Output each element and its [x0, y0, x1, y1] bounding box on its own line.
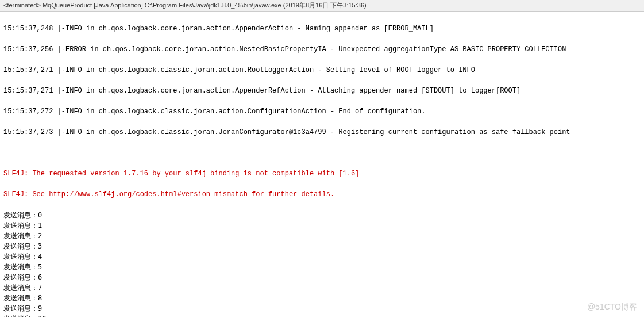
process-status: <terminated>: [3, 2, 41, 9]
message-line: 发送消息：3: [3, 241, 641, 251]
log-line: 15:15:37,271 |-INFO in ch.qos.logback.co…: [3, 86, 641, 96]
launch-timestamp: (2019年8月16日 下午3:15:36): [283, 2, 367, 9]
log-line: 15:15:37,273 |-INFO in ch.qos.logback.cl…: [3, 127, 641, 138]
app-name: MqQueueProduct: [43, 2, 92, 9]
message-line: 发送消息：10: [3, 314, 641, 317]
exe-path: C:\Program Files\Java\jdk1.8.0_45\bin\ja…: [145, 2, 281, 9]
message-line: 发送消息：0: [3, 210, 641, 220]
error-line: SLF4J: See http://www.slf4j.org/codes.ht…: [3, 189, 641, 200]
log-line: 15:15:37,271 |-INFO in ch.qos.logback.cl…: [3, 65, 641, 75]
blank-line: [3, 148, 641, 158]
log-line: 15:15:37,272 |-INFO in ch.qos.logback.cl…: [3, 106, 641, 117]
message-line: 发送消息：4: [3, 251, 641, 262]
watermark: @51CTO博客: [587, 302, 637, 312]
message-line: 发送消息：2: [3, 231, 641, 241]
message-line: 发送消息：5: [3, 262, 641, 272]
app-type: [Java Application]: [94, 2, 143, 9]
log-line: 15:15:37,256 |-ERROR in ch.qos.logback.c…: [3, 44, 641, 55]
message-line: 发送消息：8: [3, 293, 641, 303]
error-line: SLF4J: The requested version 1.7.16 by y…: [3, 169, 641, 179]
message-line: 发送消息：7: [3, 282, 641, 293]
message-line: 发送消息：1: [3, 220, 641, 231]
log-line: 15:15:37,248 |-INFO in ch.qos.logback.co…: [3, 24, 641, 34]
console-output[interactable]: 15:15:37,248 |-INFO in ch.qos.logback.co…: [0, 12, 644, 317]
message-line: 发送消息：9: [3, 303, 641, 314]
message-line: 发送消息：6: [3, 272, 641, 282]
console-header: <terminated> MqQueueProduct [Java Applic…: [0, 0, 644, 12]
